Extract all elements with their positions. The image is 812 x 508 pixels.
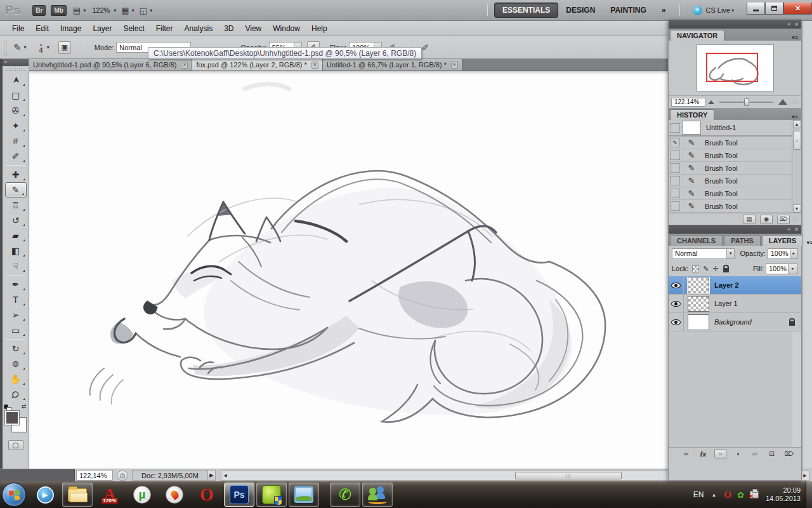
delete-layer-icon[interactable]: ⌦: [783, 449, 795, 458]
menu-edit[interactable]: Edit: [30, 22, 55, 36]
tool-hand[interactable]: ✋: [5, 371, 27, 387]
history-source-checkbox[interactable]: [670, 176, 680, 185]
menu-file[interactable]: File: [6, 22, 30, 36]
tab-history[interactable]: HISTORY: [670, 109, 714, 120]
taskbar-media-app[interactable]: [256, 483, 287, 507]
menu-layer[interactable]: Layer: [87, 22, 117, 36]
status-menu-arrow[interactable]: ▶: [208, 470, 216, 481]
collapse-panel-icon[interactable]: «: [787, 21, 790, 27]
taskbar-photo-viewer[interactable]: [289, 483, 319, 507]
menu-image[interactable]: Image: [55, 22, 87, 36]
tool-history-brush[interactable]: ↺: [5, 213, 27, 228]
delete-state-icon[interactable]: ⌦: [777, 215, 790, 224]
taskbar-explorer[interactable]: [62, 483, 93, 507]
tool-3d-rotate[interactable]: ↻: [5, 341, 27, 356]
screen-mode-icon[interactable]: ◱: [140, 6, 147, 15]
workspace-overflow-chevron[interactable]: »: [654, 3, 674, 17]
history-step-row[interactable]: ✎ Brush Tool: [669, 175, 792, 187]
zoom-out-icon[interactable]: [708, 100, 714, 104]
tool-eyedropper[interactable]: ✐: [5, 149, 27, 164]
taskbar-qip[interactable]: ✆: [330, 483, 360, 507]
opacity-spinner[interactable]: ▸: [790, 248, 798, 259]
toolbar-collapse-button[interactable]: »: [3, 59, 29, 66]
cs-live-button[interactable]: CS Live ▾: [693, 6, 738, 15]
tool-path-selection[interactable]: ➢: [5, 307, 27, 323]
taskbar-clock[interactable]: 20:09 14.05.2013: [766, 486, 801, 503]
lock-transparency-icon[interactable]: [692, 265, 699, 272]
panel-menu-icon[interactable]: ▾≡: [803, 239, 812, 246]
collapse-panel-icon[interactable]: «: [787, 226, 790, 232]
minimize-button[interactable]: [747, 3, 765, 15]
close-icon[interactable]: ✕: [794, 22, 799, 27]
tool-smudge[interactable]: ☟: [5, 258, 27, 274]
chevron-down-icon[interactable]: ▾: [132, 8, 134, 13]
workspace-design[interactable]: DESIGN: [558, 3, 603, 17]
language-indicator[interactable]: EN: [693, 490, 704, 499]
tool-eraser[interactable]: ▰: [5, 228, 27, 243]
new-document-from-state-icon[interactable]: ▤: [743, 215, 756, 224]
chevron-down-icon[interactable]: ▾: [47, 44, 49, 50]
zoom-in-icon[interactable]: [778, 99, 787, 105]
tab-navigator[interactable]: NAVIGATOR: [670, 30, 724, 41]
start-button[interactable]: [2, 483, 26, 507]
tool-preset-brush-icon[interactable]: ✎: [13, 42, 22, 53]
tab-layers[interactable]: LAYERS: [762, 235, 804, 246]
options-grip[interactable]: [4, 39, 8, 56]
swap-colors-icon[interactable]: ⇄: [22, 403, 27, 410]
history-step-row[interactable]: ✎ ✎ Brush Tool: [669, 137, 792, 149]
taskbar-opera[interactable]: O: [192, 483, 222, 507]
tool-brush-selected[interactable]: ✎: [5, 182, 27, 197]
slider-thumb[interactable]: [744, 98, 749, 106]
history-source-checkbox[interactable]: [670, 201, 680, 211]
bridge-button[interactable]: Br: [32, 5, 46, 16]
close-icon[interactable]: ✕: [451, 62, 458, 69]
menu-select[interactable]: Select: [117, 22, 150, 36]
tab-paths[interactable]: PATHS: [724, 235, 761, 246]
history-step-row[interactable]: ✎ Brush Tool: [669, 149, 792, 162]
navigator-zoom-slider[interactable]: [719, 102, 773, 103]
resize-grip[interactable]: [792, 99, 799, 105]
tool-3d-orbit[interactable]: ⊚: [5, 356, 27, 371]
layer-row-layer2[interactable]: Layer 2: [669, 276, 801, 295]
menu-analysis[interactable]: Analysis: [178, 22, 218, 36]
panel-menu-icon[interactable]: ▾≡: [789, 34, 801, 41]
taskbar-alcohol-120[interactable]: A120%: [95, 483, 125, 507]
chevron-down-icon[interactable]: ▾: [83, 8, 86, 13]
adjustment-layer-icon[interactable]: ◑: [731, 449, 743, 458]
menu-3d[interactable]: 3D: [218, 22, 239, 36]
panel-menu-icon[interactable]: ▾≡: [789, 114, 801, 120]
new-group-icon[interactable]: ▱: [749, 449, 761, 458]
history-source-checkbox[interactable]: [670, 123, 680, 133]
history-source-checkbox[interactable]: [670, 150, 680, 160]
history-source-checkbox[interactable]: ✎: [670, 138, 680, 147]
status-zoom-field[interactable]: 122,14%: [76, 470, 113, 481]
tool-spot-healing[interactable]: ✚: [5, 167, 27, 182]
link-layers-icon[interactable]: ∞: [680, 449, 692, 458]
navigator-view-frame[interactable]: [706, 53, 758, 82]
tablet-pressure-icon[interactable]: ▣: [58, 41, 71, 54]
tool-shape[interactable]: ▭: [5, 323, 27, 338]
view-extras-icon[interactable]: ▤: [73, 6, 81, 15]
tab-untitled-1[interactable]: Untitled-1 @ 66,7% (Layer 1, RGB/8) * ✕: [323, 59, 462, 70]
blend-mode-select[interactable]: Normal: [672, 248, 727, 259]
network-disconnected-icon[interactable]: [750, 491, 759, 498]
scroll-left-icon[interactable]: ◀: [221, 471, 229, 480]
menu-help[interactable]: Help: [306, 22, 333, 36]
tool-rectangular-marquee[interactable]: ▢: [5, 88, 27, 103]
chevron-down-icon[interactable]: ▾: [24, 44, 27, 50]
lock-position-icon[interactable]: ✛: [713, 265, 719, 273]
resize-grip[interactable]: [792, 216, 799, 222]
mini-bridge-button[interactable]: Mb: [51, 5, 66, 16]
layer-row-layer1[interactable]: Layer 1: [669, 295, 801, 313]
history-scrollbar[interactable]: ▲ ≡ ▼: [792, 120, 801, 213]
scroll-up-icon[interactable]: ▲: [793, 120, 801, 128]
taskbar-media-player[interactable]: ▶: [30, 483, 60, 507]
visibility-toggle[interactable]: [669, 276, 684, 294]
workspace-painting[interactable]: PAINTING: [603, 3, 653, 17]
show-desktop-button[interactable]: [806, 481, 812, 508]
scrollbar-thumb[interactable]: |||: [515, 472, 622, 479]
menu-filter[interactable]: Filter: [150, 22, 179, 36]
layer-opacity-field[interactable]: 100%: [768, 248, 790, 259]
tab-unhvhgtitled[interactable]: Unhvhgtitled-1.psd @ 90,5% (Layer 6, RGB…: [29, 59, 192, 70]
add-layer-mask-icon[interactable]: ○: [714, 449, 726, 458]
